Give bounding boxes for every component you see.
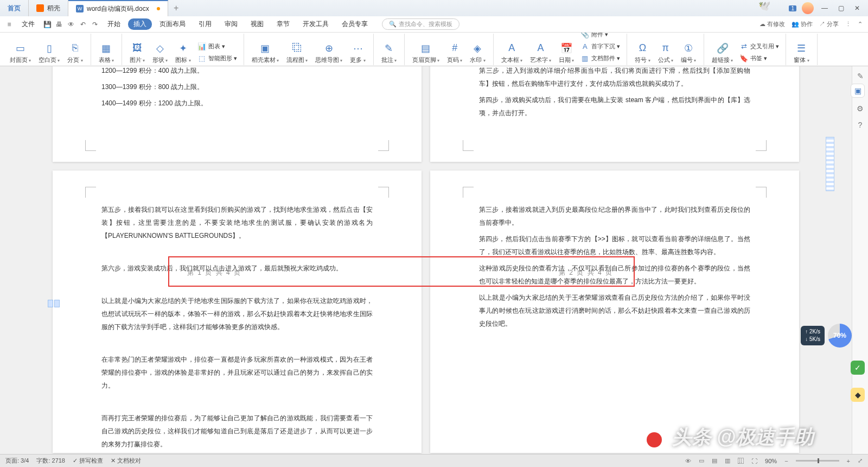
paragraph: 第三步，接着游戏就进入到历史最高段位纪念册的界面当中了，此时我们找到查看历史段位…: [479, 203, 750, 229]
settings-icon[interactable]: ⚙: [857, 104, 864, 113]
avatar[interactable]: [802, 2, 814, 14]
rb-日期[interactable]: 📅日期 ▾: [556, 36, 577, 65]
redo-icon[interactable]: ↷: [90, 21, 100, 28]
menu-file[interactable]: 文件: [16, 18, 40, 30]
rb-文本框[interactable]: A文本框 ▾: [498, 36, 526, 65]
rb-形状[interactable]: ◇形状 ▾: [149, 36, 171, 65]
rb-思维导图[interactable]: ⊕思维导图 ▾: [312, 36, 346, 65]
rb-首字下沉[interactable]: A首字下沉 ▾: [580, 41, 620, 52]
menu-开发工具[interactable]: 开发工具: [297, 18, 334, 30]
rb-页眉页脚[interactable]: ▤页眉页脚 ▾: [409, 36, 443, 65]
menu-审阅[interactable]: 审阅: [219, 18, 243, 30]
view-read-icon[interactable]: ▭: [699, 457, 704, 464]
超链接-icon: 🔗: [716, 42, 729, 55]
rb-图片[interactable]: 🖼图片 ▾: [126, 36, 148, 65]
spell-check[interactable]: ✓ 拼写检查: [73, 457, 103, 465]
rb-书签[interactable]: 🔖书签 ▾: [739, 53, 779, 64]
rb-交叉引用[interactable]: ⇄交叉引用 ▾: [739, 41, 779, 52]
流程图-icon: ⿻: [291, 42, 304, 55]
rb-编号[interactable]: ①编号 ▾: [678, 36, 699, 65]
menu-视图[interactable]: 视图: [245, 18, 269, 30]
status-page[interactable]: 页面: 3/4: [5, 457, 29, 465]
tab-document[interactable]: Wword自动编页码.docx: [68, 0, 168, 16]
rb-更多[interactable]: ⋯更多 ▾: [347, 36, 368, 65]
zoom-out-icon[interactable]: −: [784, 458, 788, 464]
rb-空白页[interactable]: ▯空白页 ▾: [35, 36, 63, 65]
maximize-button[interactable]: ▢: [835, 4, 846, 12]
符号-icon: Ω: [636, 42, 649, 55]
view-web-icon[interactable]: ⿲: [738, 458, 744, 464]
rb-表格[interactable]: ▦表格 ▾: [95, 36, 117, 65]
pen-icon[interactable]: ✎: [857, 72, 864, 80]
zoom-in-icon[interactable]: +: [847, 458, 850, 464]
fit-icon[interactable]: ⛶: [751, 458, 757, 464]
rb-流程图[interactable]: ⿻流程图 ▾: [283, 36, 311, 65]
view-eye-icon[interactable]: 👁: [685, 458, 691, 464]
首字下沉-icon: A: [580, 42, 589, 51]
menu-引用[interactable]: 引用: [193, 18, 217, 30]
menu-页面布局[interactable]: 页面布局: [154, 18, 191, 30]
rb-水印[interactable]: ◈水印 ▾: [467, 36, 488, 65]
形状-icon: ◇: [154, 42, 167, 55]
rb-文档部件[interactable]: ▥文档部件 ▾: [580, 53, 620, 64]
rb-智能图形[interactable]: ⬚智能图形 ▾: [197, 53, 237, 64]
rb-分页[interactable]: ⎘分页 ▾: [64, 36, 86, 65]
close-button[interactable]: ✕: [852, 4, 863, 12]
menubar-right: ☁ 有修改 👥 协作 ↗ 分享 ⋮ ⌃: [760, 20, 863, 28]
menu-会员专享[interactable]: 会员专享: [336, 18, 373, 30]
tab-add[interactable]: +: [168, 3, 184, 13]
rb-稻壳素材[interactable]: ▣稻壳素材 ▾: [248, 36, 282, 65]
menu-插入[interactable]: 插入: [128, 18, 152, 30]
rb-窗体[interactable]: ☰窗体 ▾: [790, 36, 812, 65]
collab-button[interactable]: 👥 协作: [792, 20, 813, 28]
search-icon: 🔍: [389, 21, 397, 28]
page-2-bottom: 第三步，进入到游戏的详细介绍界面当中后，我们将页面进行下滑，然后找到【添加至购物…: [430, 66, 799, 162]
print-icon[interactable]: 🖶: [54, 21, 64, 28]
float-green-icon[interactable]: ✓: [851, 361, 865, 375]
rb-图标[interactable]: ✦图标 ▾: [172, 36, 194, 65]
header-edit-icon[interactable]: [48, 300, 60, 308]
更多-icon: ⋯: [352, 42, 365, 55]
tab-docer[interactable]: 稻壳: [29, 0, 68, 16]
collapse-ribbon-icon[interactable]: ⌃: [858, 21, 863, 28]
view-page-icon[interactable]: ▤: [712, 457, 717, 464]
rb-超链接[interactable]: 🔗超链接 ▾: [709, 36, 736, 65]
rb-艺术字[interactable]: A艺术字 ▾: [527, 36, 554, 65]
文本框-icon: A: [505, 42, 518, 55]
fullscreen-icon[interactable]: ⤢: [858, 457, 863, 464]
float-app-icon[interactable]: ▣: [851, 84, 865, 98]
status-words[interactable]: 字数: 2718: [36, 457, 65, 465]
rb-公式[interactable]: π公式 ▾: [655, 36, 676, 65]
share-button[interactable]: ↗ 分享: [819, 20, 839, 28]
zoom-value[interactable]: 90%: [765, 458, 777, 464]
view-outline-icon[interactable]: ▥: [725, 457, 730, 464]
float-yellow-icon[interactable]: ◆: [851, 388, 865, 402]
menu-章节[interactable]: 章节: [271, 18, 295, 30]
proofread[interactable]: ✕ 文档校对: [111, 457, 141, 465]
more-icon[interactable]: ⋮: [845, 21, 851, 28]
rb-批注[interactable]: ✎批注 ▾: [378, 36, 400, 65]
rb-页码[interactable]: #页码 ▾: [444, 36, 465, 65]
rb-符号[interactable]: Ω符号 ▾: [631, 36, 653, 65]
preview-icon[interactable]: 👁: [66, 21, 76, 28]
performance-widget[interactable]: ↑ 2K/s↓ 5K/s 70%: [801, 324, 852, 348]
help-icon[interactable]: ?: [858, 121, 863, 129]
menu-icon[interactable]: ≡: [4, 21, 14, 28]
preview-strip: [826, 137, 834, 191]
command-search[interactable]: 🔍查找命令、搜索模板: [382, 18, 459, 30]
zoom-slider[interactable]: [796, 460, 839, 462]
undo-icon[interactable]: ↶: [78, 21, 88, 28]
rb-图表[interactable]: 📊图表 ▾: [197, 41, 237, 52]
modify-status[interactable]: ☁ 有修改: [760, 20, 785, 28]
menu-开始[interactable]: 开始: [102, 18, 126, 30]
modified-dot-icon: [157, 7, 160, 10]
document-canvas[interactable]: 1200—1299 积分：400 战力上限。1300—1399 积分：800 战…: [0, 66, 852, 454]
save-icon[interactable]: 💾: [42, 21, 52, 28]
tab-home[interactable]: 首页: [0, 0, 29, 16]
书签-icon: 🔖: [739, 54, 748, 63]
艺术字-icon: A: [534, 42, 547, 55]
图片-icon: 🖼: [131, 42, 144, 55]
rb-封面页[interactable]: ▭封面页 ▾: [7, 36, 34, 65]
minimize-button[interactable]: —: [819, 4, 830, 12]
notification-badge[interactable]: 1: [789, 5, 796, 11]
